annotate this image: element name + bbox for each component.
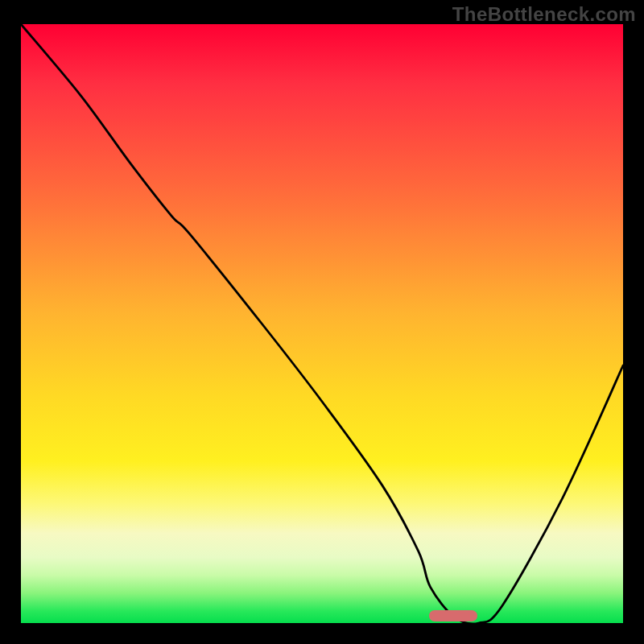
chart-frame: TheBottleneck.com: [0, 0, 644, 644]
curve-path: [21, 24, 623, 623]
optimal-marker: [429, 610, 477, 621]
watermark-text: TheBottleneck.com: [452, 3, 636, 26]
plot-area: [21, 24, 623, 623]
bottleneck-curve: [21, 24, 623, 623]
